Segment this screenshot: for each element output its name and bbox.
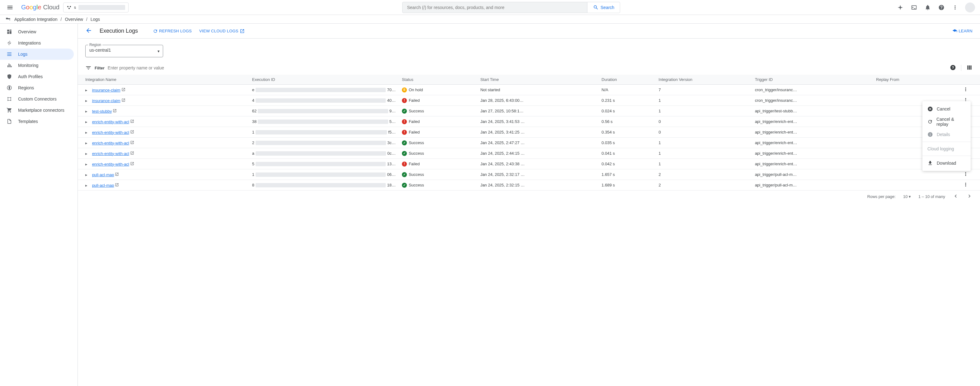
th-trigger[interactable]: Trigger ID [752,75,873,85]
th-status[interactable]: Status [399,75,477,85]
external-link-icon[interactable] [130,119,134,123]
search-input[interactable] [402,5,587,10]
sidebar-item-logs[interactable]: Logs [0,49,74,60]
menu-download[interactable]: Download [923,158,970,168]
integration-link[interactable]: enrich-entity-with-acl [92,141,129,145]
cart-icon [6,107,13,113]
duration: 0.035 s [598,138,655,148]
learn-button[interactable]: LEARN [952,29,972,33]
learn-icon [952,29,957,33]
filter-help-icon[interactable]: ? [950,64,956,71]
help-icon[interactable] [935,1,948,14]
back-button[interactable] [85,27,92,35]
pagination-range: 1 – 10 of many [918,194,945,199]
th-version[interactable]: Integration Version [655,75,752,85]
expand-row-icon[interactable]: ▸ [85,98,91,103]
duration: 1.689 s [598,180,655,191]
project-picker[interactable]: s [63,3,129,13]
th-integration[interactable]: Integration Name [78,75,249,85]
external-link-icon[interactable] [130,130,134,134]
external-link-icon[interactable] [115,172,119,176]
cloud-shell-icon[interactable] [908,1,920,14]
notifications-icon[interactable] [921,1,934,14]
integration-link[interactable]: enrich-entity-with-acl [92,130,129,135]
external-link-icon[interactable] [130,140,134,145]
external-link-icon[interactable] [121,98,126,102]
menu-cancel[interactable]: Cancel [923,104,970,114]
integration-link[interactable]: pull-acl-map [92,172,114,177]
expand-row-icon[interactable]: ▸ [85,183,91,188]
globe-icon [6,85,13,91]
google-cloud-logo[interactable]: Google Cloud [20,4,61,11]
connectors-icon [6,96,13,102]
th-execution[interactable]: Execution ID [249,75,399,85]
external-link-icon[interactable] [130,151,134,155]
expand-row-icon[interactable]: ▸ [85,141,91,145]
status-icon: ! [402,162,407,167]
table-row: ▸ enrich-entity-with-acl 23c… ✓Success J… [78,138,980,148]
expand-row-icon[interactable]: ▸ [85,151,91,156]
expand-row-icon[interactable]: ▸ [85,119,91,124]
integration-link[interactable]: insurance-claim [92,88,121,92]
sidebar-item-connectors[interactable]: Custom Connectors [0,94,78,105]
sidebar-item-marketplace[interactable]: Marketplace connectors [0,105,78,116]
execution-id: 818… [252,183,396,187]
menu-cancel-replay[interactable]: Cancel & replay [923,114,970,129]
row-menu-button[interactable] [963,184,969,188]
page-title: Execution Logs [100,28,138,34]
sidebar-item-auth[interactable]: Auth Profiles [0,71,78,82]
external-link-icon[interactable] [113,109,117,113]
breadcrumb-section[interactable]: Overview [65,17,83,22]
expand-row-icon[interactable]: ▸ [85,88,91,92]
integration-link[interactable]: enrich-entity-with-acl [92,151,129,156]
integration-link[interactable]: enrich-entity-with-acl [92,162,129,167]
start-time: Jan 27, 2025, 10:58:1… [477,106,598,116]
expand-row-icon[interactable]: ▸ [85,109,91,114]
expand-row-icon[interactable]: ▸ [85,172,91,177]
table-row: ▸ pull-acl-map 106… ✓Success Jan 24, 202… [78,169,980,180]
external-link-icon[interactable] [130,162,134,165]
replay-icon [928,119,933,124]
table-row: ▸ insurance-claim e70… IIOn hold Not sta… [78,85,980,95]
view-cloud-logs-button[interactable]: VIEW CLOUD LOGS [199,29,245,33]
trigger-id: api_trigger/enrich-ent… [752,116,873,127]
user-avatar[interactable] [965,3,975,13]
integration-link[interactable]: insurance-claim [92,98,121,103]
hamburger-menu-icon[interactable] [3,4,18,11]
sidebar-item-templates[interactable]: Templates [0,116,78,127]
table-row: ▸ pull-acl-map 818… ✓Success Jan 24, 202… [78,180,980,191]
sidebar-item-label: Integrations [18,40,41,46]
start-time: Jan 24, 2025, 2:32:15 … [477,180,598,191]
sidebar-item-integrations[interactable]: Integrations [0,37,78,49]
columns-icon[interactable] [966,64,972,71]
expand-row-icon[interactable]: ▸ [85,130,91,135]
prev-page-button[interactable] [953,193,959,200]
next-page-button[interactable] [966,193,972,200]
expand-row-icon[interactable]: ▸ [85,162,91,167]
rows-per-page-select[interactable]: 10 ▾ [903,194,911,199]
integration-link[interactable]: test-stubby [92,109,112,114]
breadcrumb-product[interactable]: Application Integration [14,17,57,22]
integration-link[interactable]: enrich-entity-with-acl [92,119,129,124]
external-link-icon[interactable] [115,183,119,187]
breadcrumb-page[interactable]: Logs [91,17,100,22]
sidebar-item-monitoring[interactable]: Monitoring [0,60,78,71]
sidebar: Overview Integrations Logs Monitoring Au… [0,24,78,386]
external-link-icon[interactable] [121,87,126,92]
integration-link[interactable]: pull-acl-map [92,183,114,188]
filter-input[interactable] [108,65,947,70]
th-start[interactable]: Start Time [477,75,598,85]
row-menu-button[interactable] [963,88,969,93]
search-button[interactable]: Search [587,2,620,13]
more-options-icon[interactable] [949,1,961,14]
region-select[interactable]: Region us-central1 ▾ [85,45,163,57]
status-cell: !Failed [402,119,474,124]
gemini-icon[interactable] [894,1,907,14]
sidebar-item-regions[interactable]: Regions [0,82,78,94]
row-menu-button[interactable] [963,173,969,178]
th-duration[interactable]: Duration [598,75,655,85]
th-replay[interactable]: Replay From [873,75,951,85]
refresh-logs-button[interactable]: REFRESH LOGS [153,29,192,33]
svg-point-5 [8,100,8,101]
sidebar-item-overview[interactable]: Overview [0,26,78,37]
